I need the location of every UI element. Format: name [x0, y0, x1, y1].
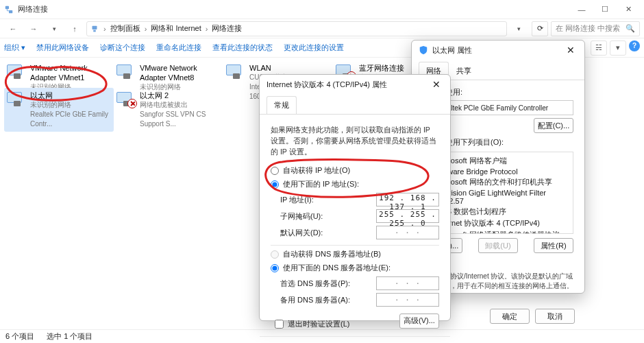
radio-use-dns[interactable]: 使用下面的 DNS 服务器地址(E): [271, 263, 439, 273]
svg-rect-0 [5, 5, 9, 8]
subnet-mask-input[interactable]: 255 . 255 . 255 . 0 [376, 209, 439, 223]
menu-rename[interactable]: 重命名此连接 [156, 43, 201, 53]
uninstall-button[interactable]: 卸载(U) [478, 238, 518, 253]
close-icon[interactable]: ✕ [430, 78, 443, 91]
unplugged-icon [127, 99, 137, 108]
validate-on-exit-checkbox[interactable]: 退出时验证设置(L) [275, 319, 349, 329]
ipv4-properties-dialog: Internet 协议版本 4 (TCP/IPv4) 属性 ✕ 常规 如果网络支… [259, 74, 451, 321]
radio-auto-ip[interactable]: 自动获得 IP 地址(O) [271, 165, 439, 176]
menu-disable[interactable]: 禁用此网络设备 [36, 43, 89, 53]
breadcrumb[interactable]: ›控制面板 ›网络和 Internet ›网络连接 [86, 21, 507, 36]
device-name: Realtek PCIe GbE Family Controller [438, 104, 548, 112]
nav-chevron[interactable]: ▾ [45, 21, 63, 37]
selected-count: 选中 1 个项目 [47, 331, 92, 342]
close-icon[interactable]: ✕ [564, 43, 578, 57]
forward-button[interactable]: → [25, 21, 42, 37]
radio-auto-dns: 自动获得 DNS 服务器地址(B) [271, 249, 439, 259]
maximize-button[interactable]: ☐ [593, 1, 617, 19]
shield-icon [419, 45, 428, 55]
network-icon [90, 24, 99, 34]
view-icons-button[interactable]: ☵ [591, 40, 607, 56]
dialog-title: Internet 协议版本 4 (TCP/IPv4) 属性 ✕ [260, 75, 450, 94]
dns1-input[interactable]: . . . [376, 276, 439, 290]
minimize-button[interactable]: — [570, 1, 593, 19]
configure-button[interactable]: 配置(C)... [534, 118, 573, 133]
help-button[interactable]: ? [629, 40, 640, 51]
adapter-ethernet-selected[interactable]: 以太网未识别的网络Realtek PCIe GbE Family Contr..… [4, 88, 114, 132]
dialog-title: 以太网 属性 ✕ [412, 40, 584, 60]
menu-settings[interactable]: 更改此连接的设置 [284, 43, 344, 53]
menu-status[interactable]: 查看此连接的状态 [212, 43, 273, 53]
advanced-button[interactable]: 高级(V)... [399, 314, 439, 329]
cancel-button[interactable]: 取消 [535, 309, 575, 324]
view-list-button[interactable]: ▾ [610, 40, 626, 56]
window-titlebar: 网络连接 — ☐ ✕ [0, 0, 644, 19]
window-title: 网络连接 [18, 4, 570, 14]
ip-address-input[interactable]: 192 . 168 . 137 . 1 [376, 193, 439, 206]
item-count: 6 个项目 [5, 331, 34, 342]
svg-rect-2 [92, 25, 97, 29]
back-button[interactable]: ← [4, 21, 22, 37]
address-chevron[interactable]: ▾ [510, 21, 528, 37]
network-icon [4, 5, 14, 14]
explain-text: 如果网络支持此功能，则可以获取自动指派的 IP 设置。否则，你需要从网络系统管理… [271, 124, 439, 157]
properties-button[interactable]: 属性(R) [534, 238, 573, 253]
close-button[interactable]: ✕ [617, 1, 640, 19]
menu-diagnose[interactable]: 诊断这个连接 [100, 43, 145, 53]
search-input[interactable]: 在 网络连接 中搜索 🔍 [551, 21, 640, 36]
tab-general[interactable]: 常规 [267, 96, 297, 114]
refresh-button[interactable]: ⟳ [532, 21, 548, 36]
menu-organize[interactable]: 组织 ▾ [4, 43, 25, 53]
dns2-input[interactable]: . . . [376, 293, 439, 307]
search-icon: 🔍 [626, 24, 635, 33]
up-button[interactable]: ↑ [66, 21, 84, 37]
address-bar: ← → ▾ ↑ ›控制面板 ›网络和 Internet ›网络连接 ▾ ⟳ 在 … [0, 19, 644, 38]
svg-rect-3 [93, 29, 96, 32]
radio-use-ip[interactable]: 使用下面的 IP 地址(S): [271, 179, 439, 189]
ok-button[interactable]: 确定 [490, 309, 530, 324]
tab-sharing[interactable]: 共享 [449, 62, 479, 80]
adapter-ethernet2[interactable]: 以太网 2网络电缆被拔出Sangfor SSL VPN CS Support S… [114, 88, 223, 132]
gateway-input[interactable]: . . . [376, 226, 439, 239]
